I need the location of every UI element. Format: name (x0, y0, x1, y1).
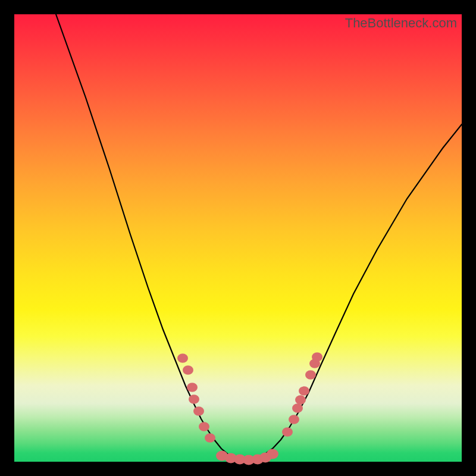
plot-area: TheBottleneck.com (14, 14, 462, 462)
data-marker (295, 395, 306, 404)
data-marker (199, 422, 209, 431)
data-marker (187, 383, 198, 392)
data-marker (289, 415, 299, 424)
data-marker (205, 433, 215, 442)
data-marker (177, 353, 188, 362)
data-marker (189, 394, 199, 403)
data-marker (305, 370, 316, 379)
data-marker (299, 386, 309, 395)
curve-svg (14, 14, 462, 462)
data-marker (267, 449, 278, 459)
data-marker (292, 403, 303, 412)
markers-right (282, 352, 322, 436)
data-marker (282, 427, 293, 436)
chart-frame: TheBottleneck.com (0, 0, 476, 476)
data-marker (193, 406, 204, 415)
bottleneck-curve (56, 14, 462, 458)
data-marker (183, 365, 193, 374)
data-marker (312, 352, 322, 361)
markers-left (177, 353, 215, 442)
